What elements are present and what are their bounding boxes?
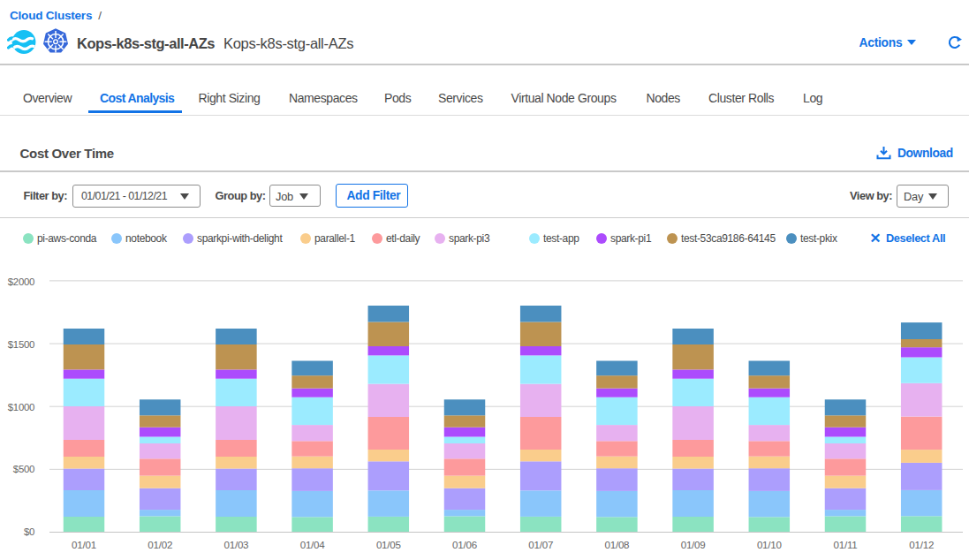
svg-text:$500: $500	[13, 464, 34, 474]
svg-text:01/10: 01/10	[757, 539, 782, 550]
svg-text:01/02: 01/02	[148, 539, 172, 550]
svg-text:01/05: 01/05	[376, 539, 401, 550]
svg-text:01/11: 01/11	[834, 539, 858, 550]
svg-text:01/08: 01/08	[605, 539, 630, 550]
svg-text:01/12: 01/12	[909, 539, 934, 550]
svg-text:$2000: $2000	[8, 276, 34, 287]
svg-text:01/01: 01/01	[72, 539, 96, 550]
svg-text:$0: $0	[24, 526, 34, 537]
svg-text:$1500: $1500	[8, 339, 34, 350]
svg-text:01/07: 01/07	[528, 539, 553, 550]
svg-text:01/03: 01/03	[224, 539, 249, 550]
svg-text:01/09: 01/09	[681, 539, 706, 550]
svg-text:01/06: 01/06	[452, 539, 477, 550]
svg-text:$1000: $1000	[8, 402, 34, 412]
svg-text:01/04: 01/04	[300, 539, 326, 550]
